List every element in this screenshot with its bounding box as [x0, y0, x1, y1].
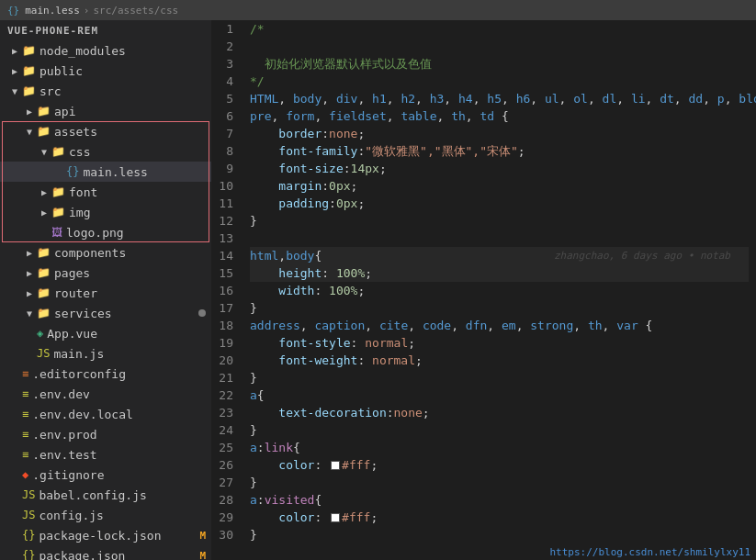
- sidebar-item-main-less[interactable]: ▶ {} main.less: [0, 162, 211, 182]
- sidebar-root: VUE-PHONE-REM: [0, 20, 211, 40]
- item-label: .editorconfig: [32, 367, 211, 381]
- arrow-icon: ▼: [22, 308, 37, 319]
- sidebar-item-assets[interactable]: ▼ 📁 assets: [0, 121, 211, 141]
- sidebar-item-package-lock-json[interactable]: ▶ {} package-lock.json M: [0, 525, 211, 545]
- item-label: .gitignore: [32, 468, 211, 482]
- code-line-29: color: #fff;: [250, 509, 749, 526]
- sidebar-item-env-dev[interactable]: ▶ ≡ .env.dev: [0, 384, 211, 404]
- code-line-28: a:visited{: [250, 491, 749, 509]
- item-label: assets: [54, 125, 211, 139]
- folder-icon: 📁: [37, 307, 51, 319]
- title-separator: ›: [84, 5, 90, 17]
- sidebar-item-logo-png[interactable]: ▶ 🖼 logo.png: [0, 222, 211, 242]
- code-line-14: html,body{ zhangchao, 6 days ago • notab: [250, 247, 749, 264]
- line-num-7: 7: [215, 125, 241, 142]
- git-file-icon: ◆: [22, 468, 28, 481]
- line-num-1: 1: [215, 20, 241, 38]
- sidebar-item-config-js[interactable]: ▶ JS config.js: [0, 505, 211, 525]
- folder-icon: 📁: [51, 145, 65, 158]
- line-num-11: 11: [215, 195, 241, 212]
- item-label: .env.dev: [32, 387, 211, 401]
- config-file-icon: ≡: [22, 367, 28, 380]
- item-label: pages: [54, 266, 211, 280]
- item-label: src: [39, 84, 211, 98]
- modified-badge: M: [199, 530, 206, 542]
- line-num-17: 17: [215, 299, 241, 317]
- code-line-10: margin:0px;: [250, 177, 749, 195]
- line-num-27: 27: [215, 474, 241, 491]
- sidebar-item-app-vue[interactable]: ▶ ◈ App.vue: [0, 323, 211, 343]
- item-label: babel.config.js: [39, 488, 211, 502]
- code-line-22: a{: [250, 386, 749, 404]
- code-line-19: font-style: normal;: [250, 334, 749, 352]
- code-line-7: border:none;: [250, 125, 749, 142]
- sidebar-item-src[interactable]: ▼ 📁 src: [0, 81, 211, 101]
- item-label: public: [39, 64, 211, 78]
- sidebar-item-main-js[interactable]: ▶ JS main.js: [0, 343, 211, 364]
- code-line-17: }: [250, 299, 749, 317]
- env-file-icon: ≡: [22, 408, 28, 420]
- folder-icon: 📁: [22, 44, 36, 57]
- json-file-icon: {}: [22, 549, 35, 560]
- sidebar-item-font[interactable]: ▶ 📁 font: [0, 182, 211, 202]
- sidebar-item-editorconfig[interactable]: ▶ ≡ .editorconfig: [0, 364, 211, 384]
- item-label: App.vue: [47, 327, 211, 341]
- assets-section: ▼ 📁 assets ▼ 📁 css ▶ {} main.less ▶ 📁 fo…: [0, 121, 211, 242]
- sidebar-item-env-test[interactable]: ▶ ≡ .env.test: [0, 444, 211, 465]
- line-num-12: 12: [215, 212, 241, 230]
- code-line-9: font-size:14px;: [250, 160, 749, 177]
- item-label: font: [69, 185, 211, 199]
- item-label: main.less: [83, 165, 211, 179]
- code-line-25: a:link{: [250, 439, 749, 456]
- arrow-icon: ▶: [22, 268, 37, 278]
- sidebar-item-public[interactable]: ▶ 📁 public: [0, 61, 211, 81]
- folder-icon: 📁: [22, 84, 36, 97]
- sidebar-item-router[interactable]: ▶ 📁 router: [0, 283, 211, 303]
- arrow-icon: ▶: [37, 187, 51, 197]
- sidebar-item-node-modules[interactable]: ▶ 📁 node_modules: [0, 40, 211, 61]
- sidebar-item-components[interactable]: ▶ 📁 components: [0, 242, 211, 263]
- js-file-icon: JS: [37, 347, 50, 360]
- sidebar-item-package-json[interactable]: ▶ {} package.json M: [0, 545, 211, 560]
- code-line-3: 初始化浏览器默认样式以及色值: [250, 55, 749, 73]
- sidebar-item-services[interactable]: ▼ 📁 services: [0, 303, 211, 323]
- line-num-6: 6: [215, 107, 241, 125]
- arrow-icon: ▶: [7, 66, 22, 76]
- sidebar-item-api[interactable]: ▶ 📁 api: [0, 101, 211, 121]
- item-label: services: [54, 307, 198, 320]
- sidebar: VUE-PHONE-REM ▶ 📁 node_modules ▶ 📁 publi…: [0, 20, 211, 560]
- sidebar-item-gitignore[interactable]: ▶ ◆ .gitignore: [0, 465, 211, 485]
- code-line-11: padding:0px;: [250, 195, 749, 212]
- title-icon: {}: [7, 5, 19, 17]
- item-label: components: [54, 246, 211, 260]
- sidebar-item-css[interactable]: ▼ 📁 css: [0, 141, 211, 162]
- line-num-2: 2: [215, 38, 241, 55]
- color-swatch-26: [331, 461, 340, 470]
- item-label: router: [54, 286, 211, 300]
- sidebar-item-pages[interactable]: ▶ 📁 pages: [0, 263, 211, 283]
- sidebar-item-env-prod[interactable]: ▶ ≡ .env.prod: [0, 424, 211, 444]
- code-line-27: }: [250, 474, 749, 491]
- title-filename: main.less: [25, 5, 80, 17]
- code-content[interactable]: 1 2 3 4 5 6 7 8 9 10 11 12 13 14 15 16 1…: [211, 20, 756, 544]
- arrow-icon: ▶: [22, 248, 37, 258]
- code-line-6: pre, form, fieldset, table, th, td {: [250, 107, 749, 125]
- code-line-8: font-family:"微软雅黑","黑体","宋体";: [250, 142, 749, 160]
- item-label: logo.png: [66, 226, 211, 240]
- line-numbers: 1 2 3 4 5 6 7 8 9 10 11 12 13 14 15 16 1…: [211, 20, 250, 544]
- env-file-icon: ≡: [22, 428, 28, 441]
- folder-icon: 📁: [22, 64, 36, 77]
- item-label: package.json: [39, 549, 199, 561]
- folder-icon: 📁: [51, 185, 65, 198]
- root-label: VUE-PHONE-REM: [7, 25, 98, 37]
- line-num-9: 9: [215, 160, 241, 177]
- sidebar-item-env-dev-local[interactable]: ▶ ≡ .env.dev.local: [0, 404, 211, 424]
- line-num-19: 19: [215, 334, 241, 352]
- sidebar-item-babel-config[interactable]: ▶ JS babel.config.js: [0, 485, 211, 505]
- code-editor: 1 2 3 4 5 6 7 8 9 10 11 12 13 14 15 16 1…: [211, 20, 756, 560]
- sidebar-item-img[interactable]: ▶ 📁 img: [0, 202, 211, 222]
- watermark-url: https://blog.csdn.net/shmilylxy11: [549, 546, 750, 558]
- title-path: src/assets/css: [93, 5, 178, 17]
- png-file-icon: 🖼: [51, 226, 62, 239]
- code-line-12: }: [250, 212, 749, 230]
